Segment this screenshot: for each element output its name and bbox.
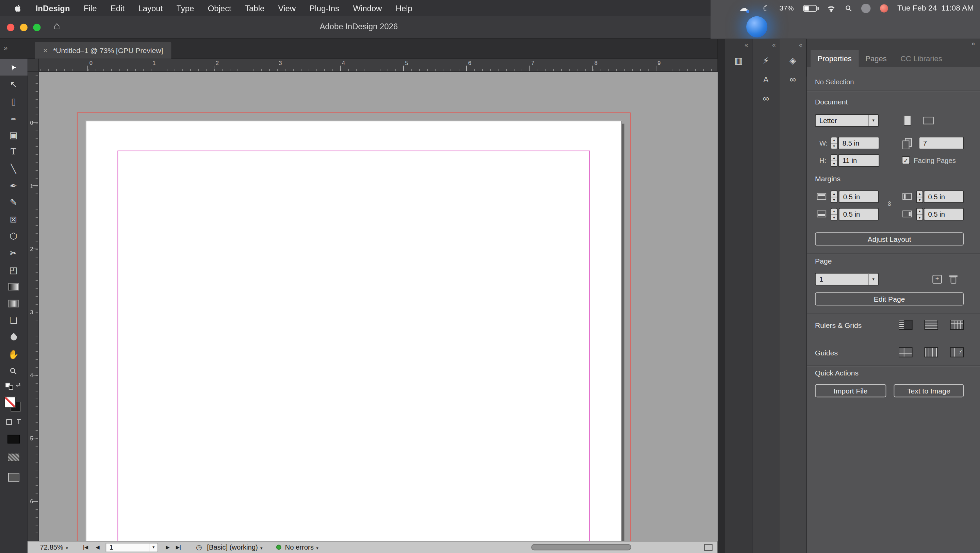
fill-swatch[interactable] — [4, 397, 15, 408]
free-transform-tool[interactable]: ◰ — [0, 261, 27, 278]
first-page-button[interactable] — [83, 545, 88, 550]
zoom-dropdown-chevron-icon[interactable] — [66, 543, 68, 551]
height-stepper[interactable] — [830, 154, 837, 167]
zoom-level-value[interactable]: 72.85% — [40, 543, 64, 551]
height-field[interactable]: 11 in — [838, 154, 879, 167]
menubar-clock[interactable]: Tue Feb 24 11:08 AM — [897, 4, 974, 13]
width-field[interactable]: 8.5 in — [838, 137, 879, 149]
last-page-button[interactable] — [176, 545, 181, 550]
top-margin-stepper[interactable] — [830, 191, 837, 203]
text-style-panel-icon[interactable]: A — [752, 70, 779, 89]
link-margins-icon[interactable] — [885, 194, 895, 213]
page-size-preset-dropdown[interactable]: Letter — [815, 114, 878, 127]
column-guides-icon[interactable] — [924, 347, 938, 357]
menu-help[interactable]: Help — [389, 3, 420, 13]
page-number-field[interactable]: 1 — [106, 543, 158, 552]
page-tool[interactable]: ▯ — [0, 92, 27, 110]
page-dropdown-chevron-icon[interactable] — [149, 543, 158, 551]
links-panel-icon[interactable]: ∞ — [779, 70, 806, 89]
menu-plugins[interactable]: Plug-Ins — [302, 3, 346, 13]
tab-properties[interactable]: Properties — [811, 50, 859, 67]
document-tab[interactable]: *Untitled–1 @ 73% [GPU Preview] — [35, 42, 171, 59]
previous-page-button[interactable] — [95, 545, 99, 550]
menu-view[interactable]: View — [271, 3, 302, 13]
landscape-orientation-button[interactable] — [923, 117, 934, 124]
horizontal-scrollbar-thumb[interactable] — [531, 544, 631, 550]
screen-mode-button[interactable] — [8, 473, 19, 481]
pages-count-field[interactable]: 7 — [919, 137, 964, 149]
pen-tool[interactable]: ✒ — [0, 177, 27, 194]
type-tool[interactable]: T — [0, 143, 27, 160]
shape-tool[interactable]: ⬡ — [0, 227, 27, 245]
hand-tool[interactable]: ✋ — [0, 346, 27, 362]
zoom-tool[interactable]: ⚲ — [0, 362, 27, 379]
add-page-icon[interactable] — [932, 275, 942, 284]
adjust-layout-button[interactable]: Adjust Layout — [815, 232, 964, 246]
preflight-profile[interactable]: [Basic] (working) — [207, 543, 258, 551]
menu-app-name[interactable]: InDesign — [29, 3, 76, 13]
content-collector-tool[interactable]: ▣ — [0, 126, 27, 143]
inside-margin-field[interactable]: 0.5 in — [924, 191, 964, 203]
spotlight-search-icon[interactable] — [846, 3, 852, 13]
apply-gradient-button[interactable] — [7, 453, 20, 462]
menu-edit[interactable]: Edit — [104, 3, 132, 13]
width-stepper[interactable] — [830, 137, 837, 149]
menu-window[interactable]: Window — [346, 3, 388, 13]
apple-menu-icon[interactable] — [8, 4, 29, 13]
menu-type[interactable]: Type — [169, 3, 201, 13]
collapse-dock-chevron-icon[interactable] — [779, 39, 806, 51]
line-tool[interactable]: ╲ — [0, 160, 27, 177]
swap-fill-stroke-icon[interactable]: ⇄ — [16, 381, 21, 388]
document-grid-icon[interactable] — [950, 320, 964, 329]
tab-cc-libraries[interactable]: CC Libraries — [894, 50, 949, 67]
scrollbar-corner-icon[interactable] — [705, 544, 713, 551]
note-tool[interactable]: ❏ — [0, 312, 27, 329]
gradient-feather-tool[interactable] — [0, 295, 27, 312]
next-page-button[interactable] — [166, 545, 169, 550]
gradient-swatch-tool[interactable] — [0, 278, 27, 295]
bottom-margin-stepper[interactable] — [830, 208, 837, 221]
layers-panel-icon[interactable]: ◈ — [779, 51, 806, 70]
margin-guides-icon[interactable] — [899, 347, 912, 357]
current-page-dropdown[interactable]: 1 — [815, 273, 878, 286]
siri-icon[interactable] — [880, 4, 888, 12]
vertical-ruler[interactable]: 0 1 2 3 4 5 6 — [27, 72, 39, 541]
pasteboard[interactable] — [39, 72, 718, 541]
tab-overflow-chevron-icon[interactable] — [4, 44, 8, 51]
formatting-affects-container-icon[interactable] — [6, 419, 12, 425]
collapse-panel-chevron-icon[interactable] — [972, 40, 975, 47]
top-margin-field[interactable]: 0.5 in — [839, 191, 879, 203]
rectangle-frame-tool[interactable]: ⊠ — [0, 211, 27, 227]
outside-margin-stepper[interactable] — [916, 208, 923, 221]
delete-page-icon[interactable] — [950, 275, 957, 284]
link-panel-icon[interactable]: ∞ — [752, 89, 779, 108]
quick-apply-panel-icon[interactable]: ⚡ — [752, 51, 779, 70]
edit-page-button[interactable]: Edit Page — [815, 292, 964, 306]
bottom-margin-field[interactable]: 0.5 in — [839, 208, 879, 221]
pencil-tool[interactable]: ✎ — [0, 194, 27, 211]
menu-layout[interactable]: Layout — [131, 3, 169, 13]
preflight-profile-chevron-icon[interactable] — [260, 543, 262, 551]
collapse-dock-chevron-icon[interactable] — [725, 39, 752, 51]
formatting-affects-text-icon[interactable]: T — [17, 418, 21, 426]
close-tab-icon[interactable] — [43, 46, 48, 55]
horizontal-ruler[interactable]: 0 1 2 3 4 5 6 7 8 9 — [39, 59, 718, 72]
ruler-origin-corner[interactable] — [27, 59, 39, 72]
user-avatar-icon[interactable] — [861, 3, 870, 13]
portrait-orientation-button[interactable] — [904, 116, 911, 126]
direct-selection-tool[interactable]: ↖ — [0, 76, 27, 92]
show-rulers-icon[interactable] — [899, 320, 912, 329]
apply-color-button[interactable] — [7, 435, 20, 443]
menu-table[interactable]: Table — [238, 3, 271, 13]
creative-cloud-icon[interactable]: ☁ — [739, 2, 749, 14]
inside-margin-stepper[interactable] — [916, 191, 923, 203]
menu-file[interactable]: File — [77, 3, 104, 13]
eyedropper-tool[interactable] — [0, 329, 27, 346]
grid-panel-icon[interactable]: ▥ — [725, 51, 752, 70]
wifi-icon[interactable] — [826, 5, 836, 11]
scissors-tool[interactable]: ✂ — [0, 244, 27, 261]
import-file-button[interactable]: Import File — [815, 384, 886, 397]
smart-guides-icon[interactable] — [950, 347, 964, 357]
baseline-grid-icon[interactable] — [924, 320, 938, 329]
text-to-image-button[interactable]: Text to Image — [894, 384, 964, 397]
